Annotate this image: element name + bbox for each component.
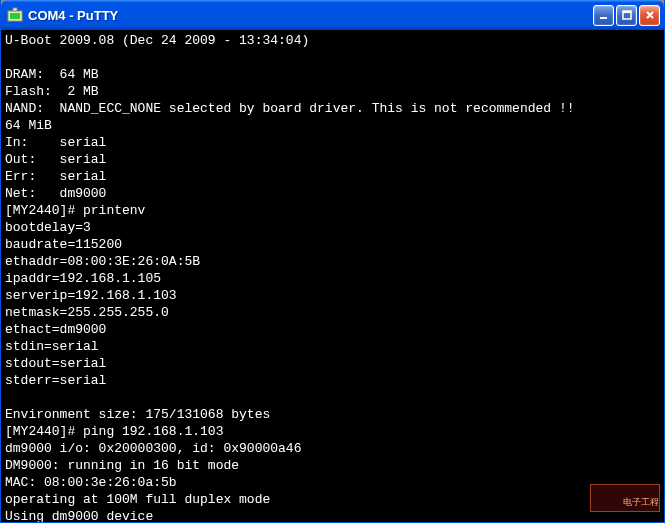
printenv-output: bootdelay=3 baudrate=115200 ethaddr=08:0… [5, 220, 270, 422]
command-text: ping 192.168.1.103 [83, 424, 223, 439]
window-title: COM4 - PuTTY [28, 8, 593, 23]
window-controls [593, 5, 660, 26]
minimize-button[interactable] [593, 5, 614, 26]
close-button[interactable] [639, 5, 660, 26]
boot-output: U-Boot 2009.08 (Dec 24 2009 - 13:34:04) … [5, 33, 575, 201]
svg-rect-2 [13, 8, 17, 11]
titlebar[interactable]: COM4 - PuTTY [1, 0, 664, 30]
terminal-area[interactable]: U-Boot 2009.08 (Dec 24 2009 - 13:34:04) … [1, 30, 664, 522]
svg-rect-1 [10, 13, 20, 19]
shell-prompt: [MY2440]# [5, 424, 83, 439]
watermark-text-1: 电子工程世界 [623, 498, 660, 508]
shell-prompt: [MY2440]# [5, 203, 83, 218]
putty-app-icon [7, 7, 23, 23]
ping-output: dm9000 i/o: 0x20000300, id: 0x90000a46 D… [5, 441, 348, 522]
maximize-button[interactable] [616, 5, 637, 26]
putty-window: COM4 - PuTTY U-Boot 2009.08 (Dec 24 2009… [0, 0, 665, 523]
command-text: printenv [83, 203, 145, 218]
watermark-badge: 电子工程世界 EEWORLD [590, 484, 660, 512]
svg-rect-3 [600, 17, 607, 19]
svg-rect-5 [623, 11, 631, 13]
